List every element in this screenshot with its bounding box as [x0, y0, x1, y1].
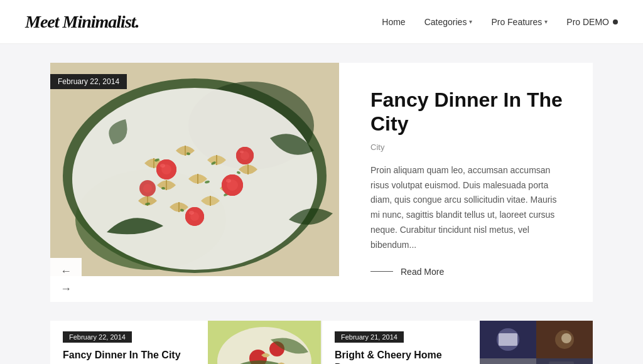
card-1-content: February 22, 2014 Fancy Dinner In The Ci…: [50, 321, 208, 364]
card-1-image: [208, 321, 321, 364]
svg-point-29: [240, 151, 244, 153]
card-1-title[interactable]: Fancy Dinner In The City: [63, 349, 195, 362]
svg-point-25: [189, 211, 194, 215]
featured-date-badge: February 22, 2014: [50, 74, 127, 89]
card-2-date: February 21, 2014: [335, 331, 404, 343]
nav-pro-demo[interactable]: Pro DEMO: [566, 17, 618, 27]
card-2: February 21, 2014 Bright & Cheery Home D…: [322, 321, 593, 364]
featured-image-wrap: February 22, 2014: [50, 63, 339, 302]
card-2-content: February 21, 2014 Bright & Cheery Home D…: [322, 321, 480, 364]
read-more-link[interactable]: Read More: [370, 267, 568, 277]
svg-point-31: [143, 184, 152, 193]
chevron-down-icon: ▾: [469, 18, 472, 25]
prev-arrow[interactable]: ←: [60, 265, 72, 277]
featured-content: Fancy Dinner In The City City Proin aliq…: [339, 63, 593, 302]
svg-rect-45: [549, 361, 574, 364]
featured-article-category: City: [370, 142, 568, 152]
svg-point-17: [160, 164, 165, 168]
next-arrow[interactable]: →: [60, 283, 72, 294]
main-content: February 22, 2014: [0, 44, 643, 364]
featured-image: [50, 63, 339, 276]
slide-nav-arrows: ← →: [50, 258, 82, 302]
card-2-title[interactable]: Bright & Cheery Home Decor: [335, 349, 467, 364]
svg-point-47: [561, 333, 571, 343]
cards-section: February 22, 2014 Fancy Dinner In The Ci…: [50, 321, 593, 364]
site-logo[interactable]: Meet Minimalist.: [25, 12, 139, 32]
svg-rect-40: [480, 358, 536, 364]
main-nav: Home Categories ▾ Pro Features ▾ Pro DEM…: [382, 17, 618, 27]
card-2-image: [480, 321, 593, 364]
featured-article-title: Fancy Dinner In The City: [370, 88, 568, 136]
card-1-date: February 22, 2014: [63, 331, 132, 343]
card-1: February 22, 2014 Fancy Dinner In The Ci…: [50, 321, 322, 364]
site-header: Meet Minimalist. Home Categories ▾ Pro F…: [0, 0, 643, 44]
featured-article-excerpt: Proin aliquam quam leo, accumsan accumsa…: [370, 163, 568, 253]
chevron-down-icon: ▾: [544, 18, 548, 25]
nav-home[interactable]: Home: [382, 17, 405, 27]
svg-rect-46: [499, 333, 517, 346]
nav-categories[interactable]: Categories ▾: [424, 17, 473, 27]
dot-icon: [613, 19, 618, 24]
featured-article: February 22, 2014: [50, 63, 593, 302]
nav-pro-features[interactable]: Pro Features ▾: [491, 17, 548, 27]
read-more-line: [370, 271, 393, 272]
svg-point-21: [226, 179, 231, 183]
